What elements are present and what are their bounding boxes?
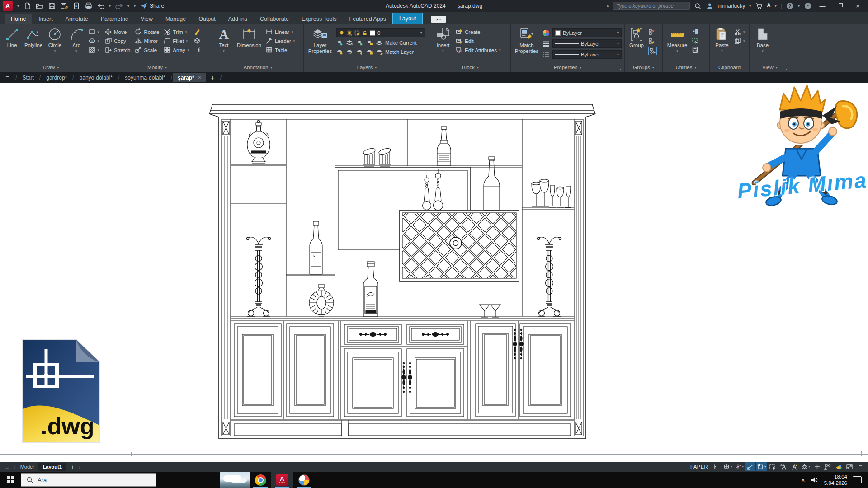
scale-button[interactable]: Scale: [135, 47, 159, 53]
taskbar-autocad-icon[interactable]: ACAD: [271, 472, 293, 488]
model-tab[interactable]: Model: [16, 463, 38, 471]
ribbon-collapse-button[interactable]: ▴ ▾: [431, 16, 446, 23]
utilities-panel-footer[interactable]: Utilities▾: [663, 63, 709, 72]
tab-parametric[interactable]: Parametric: [94, 14, 134, 24]
hidden-icons-chevron[interactable]: ∧: [801, 477, 805, 483]
help-icon[interactable]: ?: [786, 2, 794, 10]
taskbar-clock[interactable]: 18:04 5.04.2026: [824, 474, 847, 487]
taskbar-paint-icon[interactable]: [293, 472, 315, 488]
layout-menu-icon[interactable]: ≡: [0, 464, 14, 470]
ungroup-button[interactable]: [648, 28, 657, 35]
layers-panel-footer[interactable]: Layers▾: [304, 63, 430, 72]
close-button[interactable]: ×: [851, 0, 864, 12]
search-icon[interactable]: [694, 2, 702, 10]
offset-button[interactable]: [193, 47, 200, 53]
annotation-panel-footer[interactable]: Annotation▾: [212, 63, 303, 72]
new-layout-button[interactable]: +: [66, 464, 79, 470]
share-button[interactable]: Share: [140, 3, 164, 9]
move-button[interactable]: Move: [105, 28, 130, 35]
user-menu-caret-icon[interactable]: ▾: [749, 4, 751, 8]
copy-clip-button[interactable]: ▾: [734, 38, 745, 44]
select-objects-button[interactable]: [692, 38, 698, 44]
dynamic-input-toggle[interactable]: ▾: [722, 462, 733, 471]
tab-home[interactable]: Home: [5, 14, 32, 24]
fillet-button[interactable]: Fillet▾: [164, 38, 189, 44]
autodesk-a-icon[interactable]: A: [767, 2, 771, 9]
mirror-button[interactable]: Mirror: [135, 38, 159, 44]
annotation-visibility-toggle[interactable]: [778, 462, 788, 471]
circle-button[interactable]: Circle▾: [46, 27, 64, 53]
table-button[interactable]: Table: [266, 47, 295, 53]
array-button[interactable]: Array▾: [164, 47, 189, 53]
stretch-button[interactable]: Stretch: [105, 47, 130, 53]
erase-button[interactable]: [193, 28, 200, 35]
edit-block-button[interactable]: Edit: [456, 38, 500, 44]
view-panel-footer[interactable]: View▾⌄: [750, 63, 790, 72]
workspace-settings-button[interactable]: ▾: [800, 462, 811, 471]
start-button[interactable]: [0, 472, 21, 488]
isolate-objects-button[interactable]: [823, 462, 833, 471]
app-menu-caret-icon[interactable]: ▾: [17, 4, 19, 8]
groups-panel-footer[interactable]: Groups▾: [625, 63, 662, 72]
polyline-button[interactable]: Polyline: [24, 27, 42, 48]
group-button[interactable]: Group: [627, 27, 646, 48]
polar-tracking-toggle[interactable]: [745, 462, 755, 471]
draw-panel-footer[interactable]: Draw▾: [0, 63, 102, 72]
file-tab-soyunma-dolabi[interactable]: soyunma-dolabi*: [120, 73, 170, 82]
ellipse-tool-button[interactable]: ▾: [89, 38, 99, 44]
close-tab-icon[interactable]: ✕: [198, 75, 202, 80]
undo-caret-icon[interactable]: ▾: [109, 4, 111, 8]
help-caret-icon[interactable]: ▾: [798, 4, 800, 8]
leader-button[interactable]: Leader▾: [266, 38, 295, 44]
tab-insert[interactable]: Insert: [32, 14, 59, 24]
edit-attributes-button[interactable]: Edit Attributes▾: [456, 47, 500, 53]
group-selection-toggle[interactable]: [648, 47, 657, 55]
new-drawing-tab-button[interactable]: +: [206, 74, 219, 81]
feedback-icon[interactable]: [804, 2, 811, 10]
properties-expander-icon[interactable]: ⌄: [618, 66, 622, 70]
base-button[interactable]: Base▾: [752, 27, 773, 53]
plot-icon[interactable]: [85, 2, 92, 10]
file-tab-banyo-dolabi[interactable]: banyo-dolabi*: [75, 73, 117, 82]
minimize-button[interactable]: —: [816, 0, 829, 12]
tab-view[interactable]: View: [134, 14, 159, 24]
clipboard-panel-footer[interactable]: Clipboard: [710, 63, 749, 72]
copy-button[interactable]: Copy: [105, 38, 130, 44]
search-expand-icon[interactable]: ▸: [607, 4, 609, 8]
object-color-combo[interactable]: ByLayer▾: [552, 28, 622, 37]
file-tab-gard rop[interactable]: gardrop*: [42, 73, 71, 82]
graphics-performance-button[interactable]: [834, 462, 844, 471]
cut-button[interactable]: ▾: [734, 28, 745, 35]
file-tabs-menu-icon[interactable]: ≡: [0, 74, 14, 81]
match-properties-button[interactable]: Match Properties: [514, 27, 540, 54]
redo-icon[interactable]: [115, 2, 123, 10]
add-cleanup-button[interactable]: [812, 462, 822, 471]
help-search-input[interactable]: Type a keyword or phrase: [613, 2, 690, 10]
qat-customize-icon[interactable]: ▾: [134, 4, 136, 8]
layer-properties-button[interactable]: Layer Properties: [307, 27, 334, 54]
file-tab-start[interactable]: Start: [18, 73, 38, 82]
properties-panel-footer[interactable]: Properties▾⌄: [511, 63, 624, 72]
lineweight-combo[interactable]: ByLayer▾: [552, 39, 622, 48]
space-mode-label[interactable]: PAPER: [690, 464, 708, 469]
tab-collaborate[interactable]: Collaborate: [254, 14, 295, 24]
file-tab-sarap[interactable]: şarap*✕: [173, 73, 206, 82]
tab-layout[interactable]: Layout: [392, 13, 423, 24]
trim-button[interactable]: Trim▾: [164, 28, 189, 35]
autocad-app-icon[interactable]: A: [3, 1, 13, 11]
new-file-icon[interactable]: [24, 2, 31, 10]
arc-button[interactable]: Arc▾: [67, 27, 85, 53]
save-as-icon[interactable]: [60, 2, 68, 10]
match-layer-button[interactable]: Match Layer: [376, 48, 414, 55]
object-snap-toggle[interactable]: ▾: [756, 462, 767, 471]
layout1-tab[interactable]: Layout1: [38, 463, 66, 471]
linetype-combo[interactable]: ByLayer▾: [552, 50, 622, 59]
line-button[interactable]: Line: [3, 27, 21, 48]
tab-add-ins[interactable]: Add-ins: [222, 14, 254, 24]
tab-output[interactable]: Output: [192, 14, 222, 24]
undo-icon[interactable]: [97, 2, 104, 10]
user-avatar-icon[interactable]: [706, 2, 713, 10]
quick-select-button[interactable]: [692, 28, 698, 35]
rectangle-tool-button[interactable]: ▾: [89, 28, 99, 35]
text-button[interactable]: A Text▾: [215, 27, 232, 53]
